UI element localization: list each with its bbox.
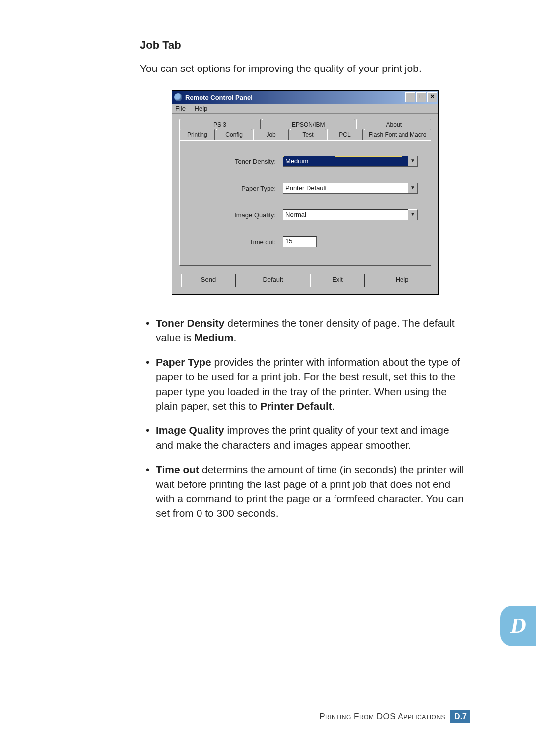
time-out-label: Time out: [193, 238, 283, 246]
minimize-button[interactable]: _ [405, 92, 415, 102]
exit-button[interactable]: Exit [310, 274, 365, 287]
list-item: Time out determins the amount of time (i… [149, 462, 468, 521]
bullet-text: . [233, 332, 236, 343]
maximize-button: □ [416, 92, 426, 102]
tab-strip: PS 3 EPSON/IBM About Printing Config Job… [179, 119, 431, 140]
app-icon [174, 93, 182, 101]
bullet-term: Printer Default [260, 400, 332, 412]
bullet-term: Toner Density [156, 317, 224, 329]
tab-config[interactable]: Config [216, 129, 252, 140]
paper-type-value: Printer Default [283, 183, 408, 194]
list-item: Paper Type provides the printer with inf… [149, 355, 468, 413]
toner-density-value: Medium [283, 156, 408, 167]
tab-printing[interactable]: Printing [179, 129, 215, 140]
page-footer: Printing From DOS Applications D.7 [319, 710, 470, 723]
footer-text: Printing From DOS Applications [319, 712, 445, 722]
toner-density-combo[interactable]: Medium ▼ [283, 156, 418, 167]
chevron-down-icon[interactable]: ▼ [408, 209, 418, 220]
toner-density-label: Toner Density: [193, 158, 283, 165]
chevron-down-icon[interactable]: ▼ [408, 183, 418, 194]
bullet-term: Image Quality [156, 424, 224, 436]
job-tab-panel: Toner Density: Medium ▼ Paper Type: Prin… [179, 140, 431, 266]
help-button[interactable]: Help [375, 274, 429, 287]
menu-file[interactable]: File [175, 105, 186, 112]
image-quality-value: Normal [283, 209, 408, 220]
bullet-term: Time out [156, 464, 199, 475]
paper-type-combo[interactable]: Printer Default ▼ [283, 183, 418, 194]
tab-job[interactable]: Job [253, 129, 289, 140]
tab-test[interactable]: Test [290, 129, 326, 140]
appendix-badge: D [500, 606, 536, 646]
remote-control-panel-window: Remote Control Panel _ □ ✕ File Help PS … [172, 90, 439, 295]
list-item: Toner Density determines the toner densi… [149, 316, 468, 345]
send-button[interactable]: Send [181, 274, 236, 287]
chevron-down-icon[interactable]: ▼ [408, 156, 418, 167]
bullet-list: Toner Density determines the toner densi… [140, 316, 468, 521]
tab-pcl[interactable]: PCL [327, 129, 363, 140]
page-number: 7 [462, 712, 467, 721]
list-item: Image Quality improves the print quality… [149, 423, 468, 452]
image-quality-label: Image Quality: [193, 211, 283, 219]
image-quality-combo[interactable]: Normal ▼ [283, 209, 418, 220]
bullet-text: determins the amount of time (in seconds… [156, 464, 464, 519]
section-heading: Job Tab [140, 39, 468, 52]
menu-help[interactable]: Help [195, 105, 208, 112]
paper-type-label: Paper Type: [193, 185, 283, 192]
bullet-text: . [332, 400, 335, 412]
menu-bar: File Help [172, 104, 438, 114]
bullet-term: Paper Type [156, 356, 211, 368]
page-letter: D. [454, 712, 462, 721]
page-number-box: D.7 [450, 710, 470, 723]
bullet-term: Medium [194, 332, 233, 343]
intro-text: You can set options for improving the qu… [140, 63, 468, 74]
tab-flash-font-macro[interactable]: Flash Font and Macro [364, 129, 431, 140]
time-out-input[interactable]: 15 [283, 236, 317, 247]
window-title: Remote Control Panel [185, 94, 404, 101]
default-button[interactable]: Default [246, 274, 300, 287]
window-titlebar: Remote Control Panel _ □ ✕ [172, 91, 438, 104]
close-button[interactable]: ✕ [427, 92, 437, 102]
